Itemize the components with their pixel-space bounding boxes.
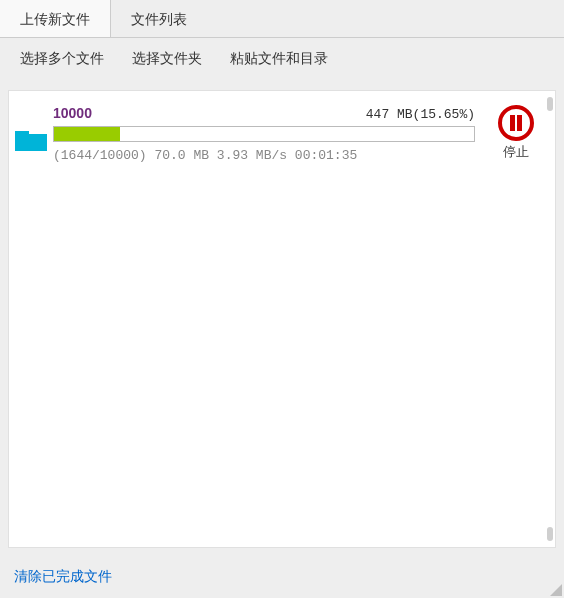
clear-completed-link[interactable]: 清除已完成文件 bbox=[14, 568, 112, 584]
upload-head: 10000 447 MB(15.65%) bbox=[53, 105, 475, 122]
resize-grip[interactable] bbox=[550, 584, 562, 596]
upload-dialog: 上传新文件 文件列表 选择多个文件 选择文件夹 粘贴文件和目录 10000 44… bbox=[0, 0, 564, 598]
stop-column: 停止 bbox=[479, 105, 543, 161]
select-multiple-files-link[interactable]: 选择多个文件 bbox=[20, 50, 104, 68]
tab-upload-new[interactable]: 上传新文件 bbox=[0, 0, 111, 37]
progress-fill bbox=[54, 127, 120, 141]
toolbar: 选择多个文件 选择文件夹 粘贴文件和目录 bbox=[0, 38, 564, 78]
tab-bar: 上传新文件 文件列表 bbox=[0, 0, 564, 38]
stop-label: 停止 bbox=[489, 143, 543, 161]
upload-size-label: 447 MB(15.65%) bbox=[366, 107, 475, 122]
folder-icon bbox=[15, 127, 49, 154]
upload-name: 10000 bbox=[53, 105, 92, 121]
upload-stats: (1644/10000) 70.0 MB 3.93 MB/s 00:01:35 bbox=[53, 148, 475, 163]
upload-item: 10000 447 MB(15.65%) (1644/10000) 70.0 M… bbox=[9, 91, 555, 163]
scrollbar-top-handle[interactable] bbox=[547, 97, 553, 111]
footer: 清除已完成文件 bbox=[0, 558, 564, 598]
svg-rect-1 bbox=[15, 134, 47, 151]
upload-body: 10000 447 MB(15.65%) (1644/10000) 70.0 M… bbox=[49, 105, 479, 163]
scrollbar-bottom-handle[interactable] bbox=[547, 527, 553, 541]
tab-upload-new-label: 上传新文件 bbox=[20, 11, 90, 27]
progress-bar bbox=[53, 126, 475, 142]
paste-files-link[interactable]: 粘贴文件和目录 bbox=[230, 50, 328, 68]
pause-icon[interactable] bbox=[498, 105, 534, 141]
upload-list-area: 10000 447 MB(15.65%) (1644/10000) 70.0 M… bbox=[8, 90, 556, 548]
tab-file-list-label: 文件列表 bbox=[131, 11, 187, 27]
tab-file-list[interactable]: 文件列表 bbox=[111, 0, 207, 37]
select-folder-link[interactable]: 选择文件夹 bbox=[132, 50, 202, 68]
